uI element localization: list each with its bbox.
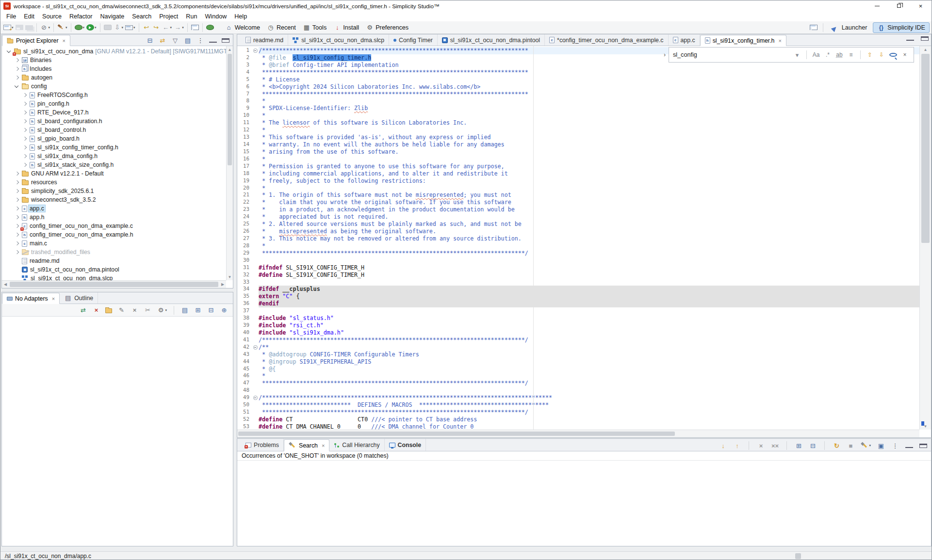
delete-adapter-icon[interactable]: × <box>130 305 139 316</box>
tree-item-rte-device-917-h[interactable]: hRTE_Device_917.h <box>2 108 226 117</box>
tab-search[interactable]: Search× <box>284 439 329 451</box>
terminal-button[interactable]: ▾ <box>124 22 136 33</box>
flash-programmer-button[interactable] <box>103 22 113 33</box>
chevron-right-icon[interactable] <box>15 207 18 210</box>
maximize-icon[interactable] <box>918 440 928 451</box>
welcome-button[interactable]: ⌂Welcome <box>222 22 263 33</box>
download-button-dropdown[interactable]: ▾ <box>122 26 124 30</box>
open-perspective-shortcut-button[interactable] <box>809 22 818 33</box>
in-selection-button[interactable]: ≡ <box>846 50 856 60</box>
chevron-right-icon[interactable] <box>15 67 18 71</box>
explorer-vertical-scrollbar[interactable]: ▲ ▼ <box>226 46 233 280</box>
tree-item-sl-board-configuration-h[interactable]: hsl_board_configuration.h <box>2 117 226 126</box>
regex-button[interactable]: .* <box>823 50 833 60</box>
maximize-icon[interactable] <box>921 36 929 41</box>
menu-help[interactable]: Help <box>230 12 251 21</box>
previous-searches-icon-dropdown[interactable]: ▾ <box>869 444 871 448</box>
menu-project[interactable]: Project <box>155 12 182 21</box>
tree-item-pin-config-h[interactable]: hpin_config.h <box>2 99 226 108</box>
preferences-button[interactable]: ⚙Preferences <box>362 22 412 33</box>
menu-edit[interactable]: Edit <box>20 12 38 21</box>
chevron-right-icon[interactable] <box>15 250 18 254</box>
find-input[interactable]: sl_config <box>673 51 789 58</box>
open-perspective-button[interactable] <box>190 22 200 33</box>
close-icon[interactable]: × <box>322 443 325 448</box>
find-next-button[interactable]: ⇩ <box>877 50 886 60</box>
tree-item-simplicity-sdk-2025-6-1[interactable]: simplicity_sdk_2025.6.1 <box>2 187 226 195</box>
chevron-right-icon[interactable] <box>15 76 18 80</box>
window-close-button[interactable]: × <box>910 0 932 11</box>
fold-collapse-icon[interactable] <box>252 344 259 351</box>
editor-tab-sl-si91x-ct-ocu-non-dma-slcp[interactable]: sl_si91x_ct_ocu_non_dma.slcp <box>288 34 389 46</box>
fold-collapse-icon[interactable] <box>252 47 259 54</box>
build-button-dropdown[interactable]: ▾ <box>65 26 67 30</box>
simplicity-ide-perspective-button[interactable]: {}Simplicity IDE <box>873 22 930 33</box>
close-icon[interactable]: × <box>778 38 781 44</box>
close-icon[interactable]: × <box>62 38 65 44</box>
find-previous-button[interactable]: ⇧ <box>865 50 875 60</box>
editor-tab--config-timer-ocu-non-dma-example-c[interactable]: c*config_timer_ocu_non_dma_example.c <box>545 34 668 46</box>
view-menu-icon[interactable]: ⋮ <box>196 35 205 46</box>
tree-item-autogen[interactable]: autogen <box>2 73 226 82</box>
forward-button-dropdown[interactable]: ▾ <box>182 26 184 30</box>
chevron-right-icon[interactable] <box>15 241 18 245</box>
scroll-down-icon[interactable]: ▼ <box>227 273 233 280</box>
expand-all-icon[interactable]: ⊞ <box>193 305 203 316</box>
run-button-dropdown[interactable]: ▾ <box>95 26 97 30</box>
chevron-right-icon[interactable] <box>15 224 18 228</box>
disconnect-adapter-icon[interactable]: × <box>91 305 101 316</box>
tab-project-explorer[interactable]: Project Explorer × <box>2 35 70 46</box>
adapter-settings-icon[interactable]: ⚙▾ <box>156 305 168 316</box>
tree-item-sl-si91x-ct-ocu-non-dma-pintool[interactable]: sl_si91x_ct_ocu_non_dma.pintool <box>2 265 226 274</box>
install-button[interactable]: ↓Install <box>330 22 362 33</box>
tab-outline[interactable]: ▤Outline <box>60 292 98 304</box>
cancel-search-icon[interactable]: ■ <box>846 440 855 451</box>
launcher-perspective-button[interactable]: Launcher <box>828 22 871 33</box>
save-all-button[interactable] <box>24 22 34 33</box>
chevron-down-icon[interactable] <box>7 49 11 53</box>
tree-item-sl-si91x-config-timer-config-h[interactable]: hsl_si91x_config_timer_config.h <box>2 143 226 152</box>
tab-call-hierarchy[interactable]: Call Hierarchy <box>329 439 384 451</box>
chevron-right-icon[interactable] <box>15 215 18 219</box>
next-edit-location-button[interactable]: ↪ <box>151 22 161 33</box>
link-with-editor-icon[interactable]: ⇄ <box>158 35 167 46</box>
explorer-horizontal-scrollbar[interactable]: ◀ ▶ <box>2 280 226 288</box>
maximize-icon[interactable] <box>221 35 230 46</box>
tab-console[interactable]: Console <box>385 439 426 451</box>
recent-button[interactable]: ◷Recent <box>263 22 299 33</box>
adapter-settings-icon-dropdown[interactable]: ▾ <box>165 308 167 312</box>
debug-button-dropdown[interactable]: ▾ <box>83 26 85 30</box>
tree-item-config[interactable]: config <box>2 82 226 91</box>
tree-item-binaries[interactable]: 10Binaries <box>2 56 226 64</box>
menu-run[interactable]: Run <box>182 12 201 21</box>
menu-file[interactable]: File <box>2 12 20 21</box>
tree-item-sl-si91x-ct-ocu-non-dma-slcp[interactable]: sl_si91x_ct_ocu_non_dma.slcp <box>2 274 226 280</box>
next-match-icon[interactable]: ↓ <box>718 440 728 451</box>
save-button[interactable] <box>15 22 24 33</box>
rename-adapter-icon[interactable]: ✎ <box>116 305 126 316</box>
cut-icon[interactable]: ✂ <box>143 305 152 316</box>
back-button[interactable]: ←▾ <box>161 22 173 33</box>
menu-refactor[interactable]: Refactor <box>65 12 97 21</box>
tree-item-sl-si91x-dma-config-h[interactable]: hsl_si91x_dma_config.h <box>2 152 226 160</box>
view-menu-icon[interactable]: ⋮ <box>890 440 900 451</box>
chevron-right-icon[interactable] <box>22 111 26 114</box>
forward-button[interactable]: →▾ <box>173 22 185 33</box>
tree-item-sl-board-control-h[interactable]: hsl_board_control.h <box>2 126 226 134</box>
collapse-all-icon[interactable]: ⊟ <box>145 35 155 46</box>
editor-tab-sl-si91x-ct-ocu-non-dma-pintool[interactable]: sl_si91x_ct_ocu_non_dma.pintool <box>438 34 545 46</box>
terminal-button-dropdown[interactable]: ▾ <box>133 26 135 30</box>
minimize-icon[interactable] <box>906 36 914 41</box>
debug-button[interactable]: ▾ <box>74 22 86 33</box>
scroll-up-icon[interactable]: ▲ <box>920 46 931 53</box>
chevron-right-icon[interactable] <box>15 233 18 237</box>
chevron-right-icon[interactable] <box>22 145 26 149</box>
collapse-all-icon[interactable]: ⊟ <box>206 305 216 316</box>
tree-item-main-c[interactable]: cmain.c <box>2 239 226 248</box>
chevron-right-icon[interactable] <box>22 93 26 97</box>
remove-match-icon[interactable]: × <box>756 440 766 451</box>
editor-tab-config-timer[interactable]: Config Timer <box>389 34 438 46</box>
whole-word-button[interactable]: ab <box>834 50 844 60</box>
history-dropdown-icon[interactable]: ▾ <box>792 49 802 60</box>
tree-item-trashed-modified-files[interactable]: trashed_modified_files <box>2 248 226 256</box>
